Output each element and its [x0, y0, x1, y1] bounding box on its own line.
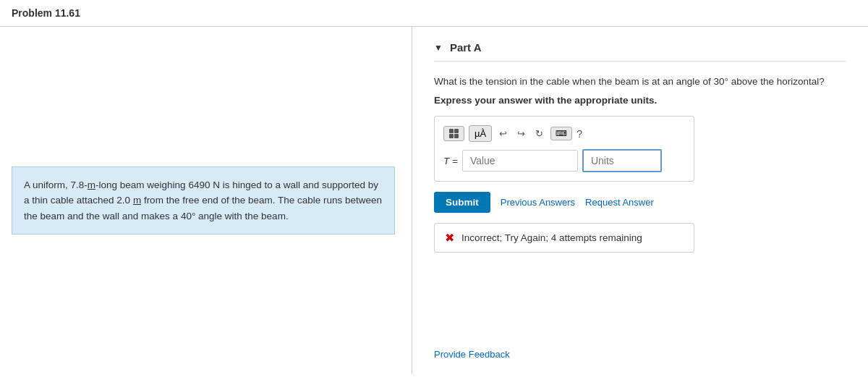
input-row: T = — [443, 149, 685, 172]
feedback-section: Provide Feedback — [434, 334, 846, 360]
matrix-button[interactable] — [443, 126, 464, 141]
part-header: ▼ Part A — [434, 41, 846, 62]
error-box: ✖ Incorrect; Try Again; 4 attempts remai… — [434, 223, 694, 253]
submit-button[interactable]: Submit — [434, 192, 490, 213]
feedback-link[interactable]: Provide Feedback — [434, 349, 510, 360]
question-text: What is the tension in the cable when th… — [434, 75, 846, 89]
action-row: Submit Previous Answers Request Answer — [434, 192, 846, 213]
error-icon: ✖ — [445, 231, 454, 245]
collapse-arrow-icon[interactable]: ▼ — [434, 43, 443, 53]
express-instruction: Express your answer with the appropriate… — [434, 95, 846, 106]
right-panel: ▼ Part A What is the tension in the cabl… — [412, 27, 868, 374]
left-panel: A uniform, 7.8-m-long beam weighing 6490… — [0, 27, 412, 374]
part-label: Part A — [450, 41, 482, 54]
units-input[interactable] — [582, 149, 662, 172]
previous-answers-link[interactable]: Previous Answers — [501, 197, 575, 208]
undo-icon[interactable]: ↩ — [496, 127, 510, 140]
refresh-icon[interactable]: ↻ — [532, 127, 546, 140]
help-icon[interactable]: ? — [576, 128, 582, 140]
redo-icon[interactable]: ↪ — [514, 127, 528, 140]
grid-icon — [449, 129, 459, 138]
format-label: µÀ — [475, 128, 486, 139]
answer-box: µÀ ↩ ↪ ↻ ⌨ ? T = — [434, 116, 694, 182]
problem-statement: A uniform, 7.8-m-long beam weighing 6490… — [12, 166, 395, 235]
format-button[interactable]: µÀ — [469, 125, 492, 142]
problem-title: Problem 11.61 — [0, 0, 868, 27]
request-answer-link[interactable]: Request Answer — [585, 197, 654, 208]
value-input[interactable] — [462, 150, 578, 172]
keyboard-button[interactable]: ⌨ — [550, 127, 572, 140]
toolbar: µÀ ↩ ↪ ↻ ⌨ ? — [443, 125, 685, 142]
input-label: T = — [443, 156, 458, 166]
error-message: Incorrect; Try Again; 4 attempts remaini… — [461, 232, 642, 243]
